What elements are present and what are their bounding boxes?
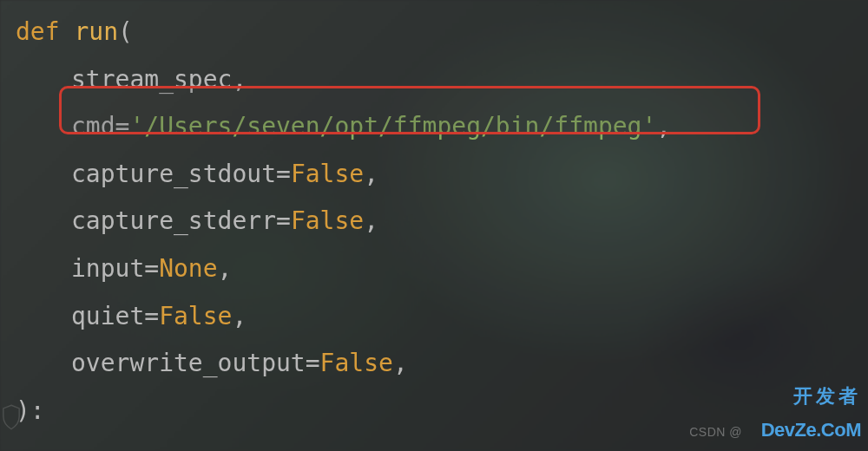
code-line-param: capture_stdout=False, — [16, 151, 868, 199]
keyword-value: False — [291, 206, 364, 235]
equals: = — [306, 349, 320, 377]
equals: = — [144, 254, 159, 283]
code-line-param: stream_spec, — [16, 56, 868, 104]
string-value: '/Users/seven/opt/ffmpeg/bin/ffmpeg' — [129, 112, 656, 141]
comma: , — [232, 65, 247, 94]
param-name: stream_spec — [71, 65, 232, 94]
code-block: def run( stream_spec, cmd='/Users/seven/… — [0, 0, 868, 435]
equals: = — [115, 112, 130, 141]
equals: = — [276, 160, 291, 188]
code-line-param: capture_stderr=False, — [16, 198, 868, 245]
comma: , — [364, 160, 378, 188]
param-name: capture_stderr — [71, 206, 276, 235]
equals: = — [276, 206, 291, 235]
watermark-csdn-text: CSDN @ — [689, 425, 742, 439]
keyword-value: False — [320, 349, 393, 377]
param-name: input — [71, 254, 144, 283]
param-name: quiet — [71, 302, 144, 330]
keyword-value: None — [159, 254, 217, 283]
open-paren: ( — [118, 17, 133, 46]
keyword-value: False — [159, 302, 232, 330]
comma: , — [364, 206, 378, 235]
comma: , — [656, 112, 671, 141]
code-line-param-highlighted: cmd='/Users/seven/opt/ffmpeg/bin/ffmpeg'… — [16, 103, 868, 151]
watermark-csdn: CSDN @ — [689, 421, 742, 444]
code-line-def: def run( — [16, 9, 868, 56]
function-name: run — [74, 17, 118, 46]
param-name: overwrite_output — [71, 349, 306, 377]
comma: , — [218, 254, 233, 283]
code-line-param: quiet=False, — [16, 293, 868, 341]
param-name: cmd — [71, 112, 115, 141]
shield-icon — [2, 399, 21, 425]
equals: = — [144, 302, 159, 330]
keyword-value: False — [291, 160, 364, 188]
keyword-def: def — [16, 17, 60, 46]
code-line-param: overwrite_output=False, — [16, 340, 868, 388]
param-name: capture_stdout — [71, 160, 276, 188]
comma: , — [393, 349, 408, 377]
comma: , — [232, 302, 247, 330]
code-line-param: input=None, — [16, 245, 868, 293]
